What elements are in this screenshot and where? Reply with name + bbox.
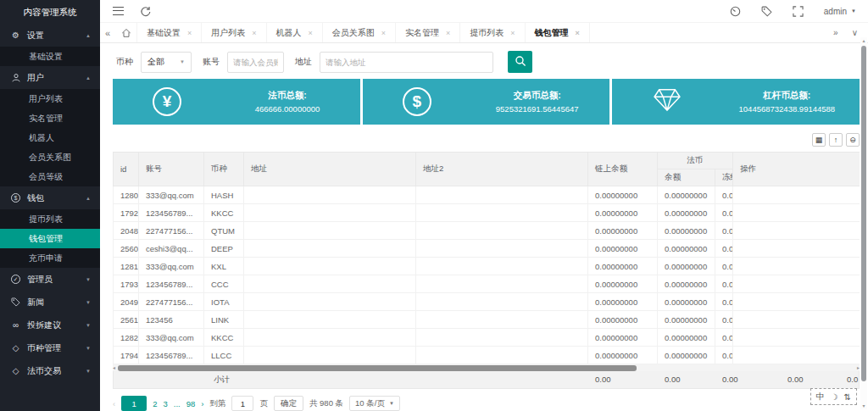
sidebar-item-wallet-management[interactable]: 钱包管理 bbox=[0, 229, 100, 248]
cell-address bbox=[244, 293, 416, 311]
print-button[interactable]: ⊖ bbox=[846, 133, 860, 147]
sidebar-group-fiat-trade[interactable]: ◇ 法币交易 ▼ bbox=[0, 359, 100, 382]
tab-close-icon[interactable]: × bbox=[576, 29, 580, 37]
goto-page-input[interactable] bbox=[231, 396, 253, 411]
sidebar-group-settings[interactable]: ⚙ 设置 ▲ bbox=[0, 24, 100, 47]
sidebar-item-member-levels[interactable]: 会员等级 bbox=[0, 167, 100, 186]
tab-close-icon[interactable]: × bbox=[446, 29, 450, 37]
tabs-menu-icon[interactable]: ∨ bbox=[852, 28, 858, 37]
scroll-right-icon[interactable]: ▸ bbox=[857, 364, 860, 371]
page-1-active[interactable]: 1 bbox=[121, 396, 147, 411]
scroll-up-icon[interactable]: ▴ bbox=[860, 37, 867, 44]
table-row[interactable]: 2048 227477156... QTUM 0.00000000 0.0000… bbox=[114, 222, 860, 240]
tab-close-icon[interactable]: × bbox=[309, 29, 313, 37]
prev-page-icon[interactable]: ‹ bbox=[113, 399, 115, 408]
cell-address2 bbox=[416, 204, 588, 222]
cell-coin: DEEP bbox=[204, 240, 244, 258]
home-tab[interactable] bbox=[115, 23, 137, 42]
total-count-label: 共 980 条 bbox=[309, 398, 343, 409]
page-3[interactable]: 3 bbox=[163, 399, 167, 408]
page-ellipsis: ... bbox=[174, 399, 181, 408]
goto-page-suffix: 页 bbox=[259, 398, 268, 409]
sidebar-group-news[interactable]: 新闻 ▼ bbox=[0, 291, 100, 314]
fullscreen-icon[interactable] bbox=[793, 6, 804, 17]
horizontal-scrollbar[interactable]: ◂ ▸ bbox=[113, 364, 860, 371]
table-row[interactable]: 1793 123456789... CCC 0.00000000 0.00000… bbox=[114, 275, 860, 293]
page-98[interactable]: 98 bbox=[186, 399, 196, 408]
cell-chain-balance: 0.00000000 bbox=[588, 347, 658, 364]
tab-close-icon[interactable]: × bbox=[381, 29, 386, 37]
cell-actions bbox=[733, 293, 860, 311]
tag-icon[interactable] bbox=[761, 6, 772, 17]
sidebar-group-label: 投拆建议 bbox=[27, 319, 86, 331]
trade-coin-total-card: $ 交易币总额: 9525321691.56445647 bbox=[363, 79, 610, 125]
refresh-icon[interactable] bbox=[140, 6, 151, 17]
col-group-fiat: 法币 bbox=[658, 153, 733, 169]
sidebar-item-member-relations[interactable]: 会员关系图 bbox=[0, 147, 100, 167]
cell-coin: KKCC bbox=[204, 329, 244, 347]
sidebar-item-kyc-management[interactable]: 实名管理 bbox=[0, 108, 100, 128]
cell-account: 227477156... bbox=[139, 222, 204, 240]
vertical-scrollbar-thumb[interactable] bbox=[861, 46, 866, 381]
sidebar-group-coin-management[interactable]: ◇ 币种管理 ▼ bbox=[0, 336, 100, 359]
tab[interactable]: 提币列表 × bbox=[460, 23, 525, 42]
sidebar-item-withdraw-list[interactable]: 提币列表 bbox=[0, 209, 100, 229]
table-row[interactable]: 1281 333@qq.com KXL 0.00000000 0.0000000… bbox=[114, 258, 860, 275]
filter-columns-button[interactable]: ▦ bbox=[812, 133, 826, 147]
sort-arrows-icon[interactable]: ⇅ bbox=[844, 392, 851, 402]
sidebar-group-admins[interactable]: ✓ 管理员 ▼ bbox=[0, 268, 100, 291]
sidebar-group-label: 币种管理 bbox=[27, 342, 86, 354]
sidebar-group-users[interactable]: 用户 ▲ bbox=[0, 66, 100, 89]
tab-close-icon[interactable]: × bbox=[510, 29, 515, 37]
tab[interactable]: 钱包管理 × bbox=[526, 23, 590, 42]
caret-down-icon: ▼ bbox=[851, 8, 856, 14]
tab[interactable]: 基础设置 × bbox=[137, 23, 202, 42]
language-toggle[interactable]: 中 bbox=[816, 391, 825, 403]
table-row[interactable]: 2560 ceshi3@qq... DEEP 0.00000000 0.0000… bbox=[114, 240, 860, 258]
scroll-left-icon[interactable]: ◂ bbox=[113, 364, 115, 371]
address-input[interactable] bbox=[320, 52, 493, 73]
sidebar-group-suggestions[interactable]: ∞ 投拆建议 ▼ bbox=[0, 314, 100, 336]
coin-select[interactable]: 全部 ▼ bbox=[141, 52, 192, 73]
table-row[interactable]: 1282 333@qq.com KKCC 0.00000000 0.000000… bbox=[114, 329, 860, 347]
table-row[interactable]: 1794 123456789... LLCC 0.00000000 0.0000… bbox=[114, 347, 860, 364]
moon-icon[interactable]: ☽ bbox=[831, 392, 838, 402]
card-value: 1044568732438.99144588 bbox=[721, 104, 853, 114]
tab[interactable]: 实名管理 × bbox=[396, 23, 460, 42]
sidebar-group-wallet[interactable]: $ 钱包 ▲ bbox=[0, 186, 100, 209]
cell-balance: 0.00000000 bbox=[658, 275, 715, 293]
table-row[interactable]: 1792 123456789... KKCC 0.00000000 0.0000… bbox=[114, 204, 860, 222]
tab[interactable]: 会员关系图 × bbox=[323, 23, 396, 42]
tab[interactable]: 用户列表 × bbox=[202, 23, 266, 42]
account-input[interactable] bbox=[227, 52, 284, 73]
cell-balance: 0.00000000 bbox=[658, 258, 715, 275]
tabs-collapse-icon[interactable]: « bbox=[100, 23, 115, 42]
table-row[interactable]: 2049 227477156... IOTA 0.00000000 0.0000… bbox=[114, 293, 860, 311]
sidebar-item-robots[interactable]: 机器人 bbox=[0, 128, 100, 147]
cell-actions bbox=[733, 347, 860, 364]
col-header-frozen: 冻结 bbox=[715, 169, 733, 186]
tabs-expand-icon[interactable]: » bbox=[833, 28, 838, 37]
page-size-select[interactable]: 10 条/页 ▼ bbox=[349, 396, 400, 411]
horizontal-scrollbar-thumb[interactable] bbox=[118, 365, 637, 371]
tab-label: 实名管理 bbox=[405, 27, 439, 39]
dollar-icon: $ bbox=[403, 87, 431, 116]
page-2[interactable]: 2 bbox=[153, 399, 157, 408]
export-button[interactable]: ↑ bbox=[829, 133, 843, 147]
search-button[interactable] bbox=[508, 51, 532, 73]
goto-confirm-button[interactable]: 确定 bbox=[274, 396, 303, 411]
scroll-down-icon[interactable]: ▾ bbox=[860, 403, 867, 409]
sidebar-item-user-list[interactable]: 用户列表 bbox=[0, 89, 100, 108]
tab-close-icon[interactable]: × bbox=[187, 29, 192, 37]
sidebar-item-deposit-requests[interactable]: 充币申请 bbox=[0, 248, 100, 268]
tab[interactable]: 机器人 × bbox=[267, 23, 323, 42]
user-menu[interactable]: admin ▼ bbox=[824, 7, 856, 16]
sidebar-item-basic-settings[interactable]: 基础设置 bbox=[0, 47, 100, 66]
tab-close-icon[interactable]: × bbox=[252, 29, 256, 37]
table-row[interactable]: 2561 123456 LINK 0.00000000 0.00000000 0… bbox=[114, 311, 860, 329]
next-page-icon[interactable]: › bbox=[201, 399, 203, 408]
dashboard-icon[interactable] bbox=[730, 6, 741, 17]
vertical-scrollbar[interactable]: ▴ ▾ bbox=[860, 37, 867, 409]
menu-toggle-icon[interactable] bbox=[113, 7, 124, 15]
table-row[interactable]: 1280 333@qq.com HASH 0.00000000 0.000000… bbox=[114, 186, 860, 204]
